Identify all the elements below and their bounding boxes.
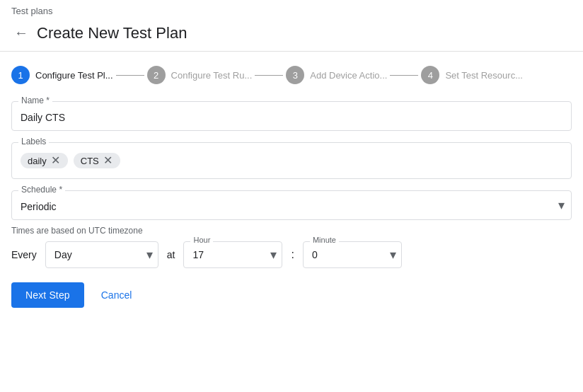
chip-daily-remove[interactable]: ✕ (50, 154, 62, 167)
every-label: Every (11, 249, 37, 260)
labels-field: Labels daily ✕ CTS ✕ (11, 142, 572, 179)
minute-select[interactable]: 0 5101520 25303540 455055 (303, 241, 402, 268)
schedule-label: Schedule (18, 185, 65, 195)
chip-daily-text: daily (28, 156, 47, 166)
step-1-label: Configure Test Pl... (35, 70, 113, 81)
step-4-label: Set Test Resourc... (445, 70, 523, 81)
step-1: 1 Configure Test Pl... (11, 66, 113, 84)
periodic-row: Every Day Hour Week ▾ at Hour 17 0123 45… (11, 241, 572, 268)
name-field: Name (11, 101, 572, 131)
schedule-select[interactable]: Periodic Once Manual (11, 190, 572, 220)
schedule-field: Schedule Periodic Once Manual ▾ (11, 190, 572, 220)
step-connector-3 (390, 75, 418, 76)
name-input[interactable] (11, 101, 572, 131)
timezone-hint: Times are based on UTC timezone (11, 226, 572, 236)
labels-label: Labels (18, 137, 49, 146)
step-3: 3 Add Device Actio... (286, 66, 387, 84)
next-step-button[interactable]: Next Step (11, 282, 84, 308)
every-select[interactable]: Day Hour Week (45, 241, 158, 268)
minute-sublabel: Minute (310, 236, 339, 244)
colon-separator: : (291, 248, 294, 261)
step-1-circle: 1 (11, 66, 30, 84)
chip-cts-text: CTS (81, 156, 99, 166)
step-2-circle: 2 (147, 66, 166, 84)
breadcrumb: Test plans (11, 6, 572, 16)
back-arrow-icon: ← (14, 25, 28, 41)
actions-row: Next Step Cancel (11, 282, 572, 308)
hour-select-wrapper: Hour 17 0123 4567 891011 12131415 161819… (183, 241, 282, 268)
cancel-button[interactable]: Cancel (96, 282, 138, 308)
step-4-circle: 4 (421, 66, 439, 84)
hour-select[interactable]: 17 0123 4567 891011 12131415 16181920 21… (183, 241, 282, 268)
step-4: 4 Set Test Resourc... (421, 66, 523, 84)
back-button[interactable]: ← (11, 22, 31, 44)
step-2-label: Configure Test Ru... (171, 70, 253, 81)
step-3-circle: 3 (286, 66, 304, 84)
at-label: at (167, 249, 175, 260)
chip-daily: daily ✕ (21, 153, 68, 168)
schedule-select-wrapper: Periodic Once Manual ▾ (11, 190, 572, 220)
name-label: Name (18, 96, 52, 105)
minute-select-wrapper: Minute 0 5101520 25303540 455055 ▾ (303, 241, 402, 268)
step-connector-2 (255, 75, 283, 76)
step-2: 2 Configure Test Ru... (147, 66, 253, 84)
stepper: 1 Configure Test Pl... 2 Configure Test … (11, 66, 572, 84)
chip-cts: CTS ✕ (74, 153, 120, 168)
every-select-wrapper: Day Hour Week ▾ (45, 241, 158, 268)
hour-sublabel: Hour (190, 236, 213, 244)
step-3-label: Add Device Actio... (310, 70, 387, 81)
page-title: Create New Test Plan (37, 24, 187, 42)
labels-input-area[interactable]: daily ✕ CTS ✕ (11, 142, 572, 179)
step-connector-1 (116, 75, 144, 76)
chip-cts-remove[interactable]: ✕ (102, 154, 115, 167)
